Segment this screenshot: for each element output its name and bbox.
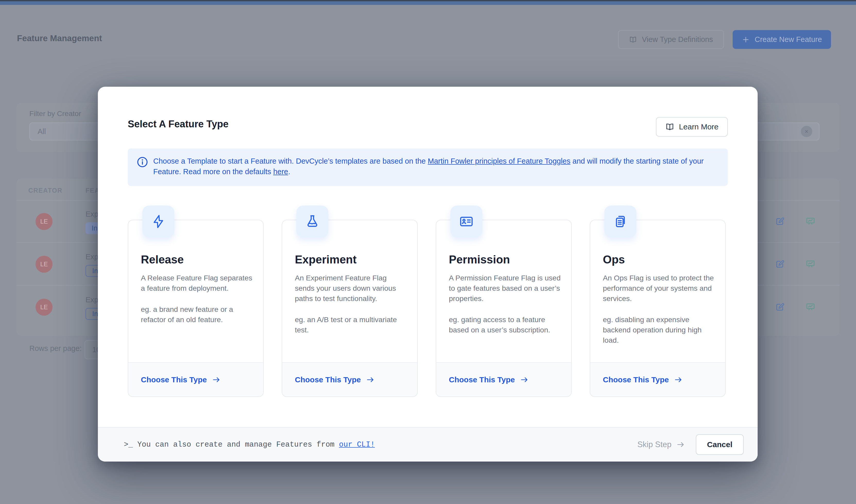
app-screen: Feature Management View Type Definitions… <box>0 0 856 504</box>
avatar: LE <box>36 213 53 230</box>
edit-icon[interactable] <box>775 302 785 312</box>
card-desc-1: An Experiment Feature Flag sends your us… <box>295 273 407 304</box>
avatar: LE <box>36 299 53 316</box>
presentation-chart-icon[interactable] <box>806 302 815 312</box>
flask-icon <box>296 205 328 237</box>
creator-filter-value: All <box>38 127 46 136</box>
card-description: An Experiment Feature Flag sends your us… <box>295 273 407 335</box>
clear-search-button[interactable] <box>801 126 812 137</box>
cancel-button[interactable]: Cancel <box>696 434 744 455</box>
choose-this-type-button[interactable]: Choose This Type <box>436 362 571 396</box>
rows-per-page-label: Rows per page: <box>29 344 82 353</box>
card-description: A Permission Feature Flag is used to gat… <box>449 273 561 335</box>
banner-text: Choose a Template to start a Feature wit… <box>153 156 720 177</box>
arrow-right-icon <box>674 375 683 384</box>
card-title: Release <box>141 253 184 266</box>
column-header-creator: CREATOR <box>28 187 63 194</box>
card-desc-2: eg. an A/B test or a multivariate test. <box>295 314 407 335</box>
top-nav-bar <box>0 1 856 5</box>
choose-this-type-label: Choose This Type <box>295 375 361 384</box>
presentation-chart-icon[interactable] <box>806 216 815 226</box>
card-desc-2: eg. disabling an expensive backend opera… <box>603 314 715 345</box>
card-description: A Release Feature Flag separates a featu… <box>141 273 253 325</box>
create-new-feature-label: Create New Feature <box>755 35 822 44</box>
feature-type-card-experiment: Experiment An Experiment Feature Flag se… <box>282 220 418 397</box>
edit-icon[interactable] <box>775 259 785 269</box>
avatar: LE <box>36 256 53 273</box>
feature-type-card-permission: Permission A Permission Feature Flag is … <box>436 220 572 397</box>
modal-title: Select A Feature Type <box>128 119 228 130</box>
our-cli-link[interactable]: our CLI! <box>339 440 375 449</box>
feature-type-card-release: Release A Release Feature Flag separates… <box>128 220 264 397</box>
view-type-definitions-button[interactable]: View Type Definitions <box>618 30 724 49</box>
close-icon <box>804 129 809 134</box>
terminal-prompt-icon: >_ <box>124 440 137 449</box>
card-description: An Ops Flag is used to protect the perfo… <box>603 273 715 345</box>
skip-step-label: Skip Step <box>637 440 672 449</box>
learn-more-label: Learn More <box>679 123 718 131</box>
cancel-label: Cancel <box>707 440 732 449</box>
id-card-icon <box>450 205 482 237</box>
cli-hint: >_ You can also create and manage Featur… <box>124 440 375 449</box>
choose-this-type-label: Choose This Type <box>449 375 515 384</box>
page-title: Feature Management <box>17 33 102 43</box>
choose-this-type-button[interactable]: Choose This Type <box>590 362 725 396</box>
card-title: Permission <box>449 253 510 266</box>
card-desc-1: An Ops Flag is used to protect the perfo… <box>603 273 715 304</box>
choose-this-type-label: Choose This Type <box>141 375 207 384</box>
view-type-definitions-label: View Type Definitions <box>642 35 713 44</box>
modal-footer: >_ You can also create and manage Featur… <box>98 427 758 462</box>
banner-text-post: . <box>288 167 290 176</box>
select-feature-type-modal: Select A Feature Type Learn More Choose … <box>98 87 758 462</box>
feature-type-card-ops: Ops An Ops Flag is used to protect the p… <box>590 220 726 397</box>
arrow-right-icon <box>366 375 375 384</box>
cli-hint-text: You can also create and manage Features … <box>137 440 339 449</box>
create-new-feature-button[interactable]: Create New Feature <box>733 30 831 49</box>
lightning-icon <box>142 205 174 237</box>
card-title: Experiment <box>295 253 357 266</box>
card-desc-2: eg. a brand new feature or a refactor of… <box>141 304 253 325</box>
banner-text-pre: Choose a Template to start a Feature wit… <box>153 157 428 165</box>
choose-this-type-label: Choose This Type <box>603 375 669 384</box>
filter-by-creator-label: Filter by Creator <box>29 110 81 118</box>
card-title: Ops <box>603 253 625 266</box>
book-open-icon <box>665 122 674 131</box>
info-icon <box>136 156 149 168</box>
arrow-right-icon <box>676 440 685 449</box>
card-desc-2: eg. gating access to a feature based on … <box>449 314 561 335</box>
edit-icon[interactable] <box>775 216 785 226</box>
arrow-right-icon <box>212 375 221 384</box>
template-info-banner: Choose a Template to start a Feature wit… <box>128 148 728 186</box>
plus-icon <box>742 36 750 44</box>
arrow-right-icon <box>520 375 529 384</box>
book-open-icon <box>629 36 637 44</box>
card-desc-1: A Permission Feature Flag is used to gat… <box>449 273 561 304</box>
defaults-here-link[interactable]: here <box>273 167 288 176</box>
choose-this-type-button[interactable]: Choose This Type <box>128 362 263 396</box>
learn-more-button[interactable]: Learn More <box>656 117 728 137</box>
card-desc-1: A Release Feature Flag separates a featu… <box>141 273 253 293</box>
martin-fowler-link[interactable]: Martin Fowler principles of Feature Togg… <box>428 157 570 165</box>
choose-this-type-button[interactable]: Choose This Type <box>282 362 417 396</box>
skip-step-button[interactable]: Skip Step <box>637 440 685 449</box>
documents-icon <box>604 205 636 237</box>
presentation-chart-icon[interactable] <box>806 259 815 269</box>
